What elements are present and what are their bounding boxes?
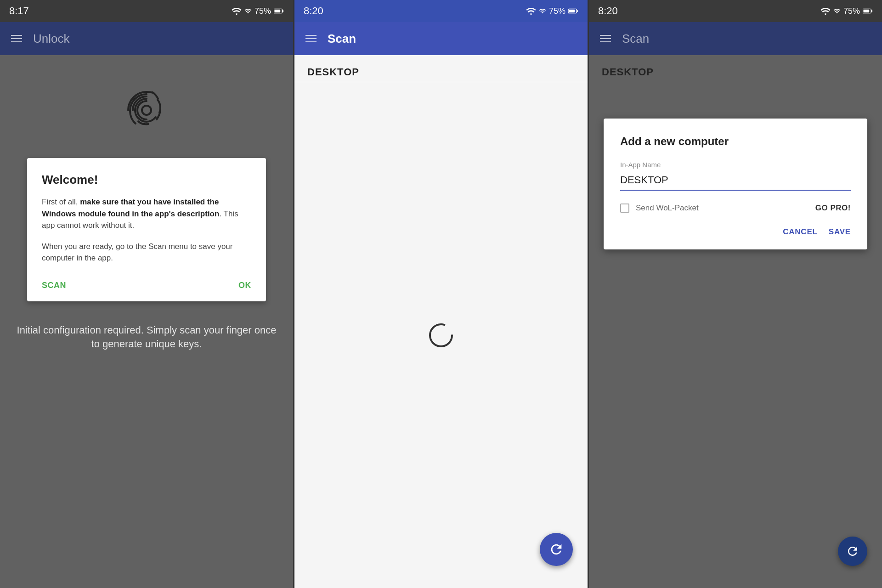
add-computer-dialog: Add a new computer In-App Name Send WoL-… bbox=[604, 119, 867, 249]
app-bar-title-1: Unlock bbox=[33, 32, 69, 46]
app-bar-2: Scan bbox=[294, 22, 588, 55]
svg-rect-4 bbox=[569, 10, 575, 12]
welcome-body: First of all, make sure that you have in… bbox=[42, 196, 251, 232]
dialog-title: Add a new computer bbox=[620, 135, 851, 148]
section-label-2: DESKTOP bbox=[294, 55, 588, 82]
status-bar-3: 8:20 75% bbox=[589, 0, 882, 22]
wifi-icon-2 bbox=[526, 7, 536, 15]
wol-row: Send WoL-Packet GO PRO! bbox=[620, 204, 851, 213]
cancel-button[interactable]: CANCEL bbox=[783, 227, 818, 237]
save-button[interactable]: SAVE bbox=[829, 227, 851, 237]
screen-scan-dialog: 8:20 75% Scan DESKTOP Add a new com bbox=[589, 0, 882, 588]
refresh-icon-2 bbox=[548, 542, 564, 557]
status-time-2: 8:20 bbox=[304, 5, 323, 17]
svg-rect-2 bbox=[282, 10, 283, 12]
signal-icon-2 bbox=[539, 7, 546, 15]
fingerprint-icon bbox=[119, 83, 174, 138]
signal-icon-1 bbox=[244, 7, 252, 15]
wol-checkbox[interactable] bbox=[620, 204, 629, 213]
hamburger-icon-1[interactable] bbox=[11, 35, 22, 42]
battery-icon-2 bbox=[568, 7, 578, 15]
battery-icon-1 bbox=[274, 7, 284, 15]
scan-button[interactable]: SCAN bbox=[42, 281, 66, 290]
wifi-icon-1 bbox=[232, 7, 242, 15]
bottom-text: Initial configuration required. Simply s… bbox=[0, 323, 293, 352]
welcome-title: Welcome! bbox=[42, 173, 251, 187]
hamburger-icon-2[interactable] bbox=[305, 35, 317, 42]
app-bar-title-2: Scan bbox=[328, 32, 356, 46]
battery-icon-3 bbox=[863, 7, 873, 15]
screen-unlock: 8:17 75% Unlock bbox=[0, 0, 293, 588]
screen1-content: Welcome! First of all, make sure that yo… bbox=[0, 55, 293, 588]
welcome-body-pre: First of all, bbox=[42, 198, 80, 206]
welcome-body-2: When you are ready, go to the Scan menu … bbox=[42, 241, 251, 264]
welcome-card: Welcome! First of all, make sure that yo… bbox=[27, 158, 266, 301]
fab-refresh-button-2[interactable] bbox=[540, 533, 573, 566]
svg-rect-5 bbox=[577, 10, 578, 12]
status-bar-1: 8:17 75% bbox=[0, 0, 293, 22]
battery-text-1: 75% bbox=[254, 6, 271, 16]
svg-rect-8 bbox=[863, 10, 869, 12]
inapp-name-label: In-App Name bbox=[620, 161, 851, 169]
screen3-content: DESKTOP Add a new computer In-App Name S… bbox=[589, 55, 882, 588]
scan-loading-area bbox=[427, 82, 455, 588]
ok-button[interactable]: OK bbox=[238, 281, 251, 290]
status-time-1: 8:17 bbox=[9, 5, 29, 17]
inapp-name-input[interactable] bbox=[620, 172, 851, 191]
dialog-actions: CANCEL SAVE bbox=[620, 224, 851, 237]
section-label-3: DESKTOP bbox=[589, 55, 882, 82]
app-bar-3: Scan bbox=[589, 22, 882, 55]
signal-icon-3 bbox=[833, 7, 841, 15]
svg-rect-1 bbox=[274, 10, 280, 12]
battery-text-3: 75% bbox=[843, 6, 860, 16]
welcome-actions: SCAN OK bbox=[42, 277, 251, 290]
status-bar-2: 8:20 75% bbox=[294, 0, 588, 22]
status-icons-2: 75% bbox=[526, 6, 578, 16]
status-time-3: 8:20 bbox=[598, 5, 618, 17]
screen2-content: DESKTOP bbox=[294, 55, 588, 588]
battery-text-2: 75% bbox=[549, 6, 565, 16]
wol-label: Send WoL-Packet bbox=[636, 204, 699, 213]
loading-spinner-icon bbox=[427, 322, 455, 349]
hamburger-icon-3[interactable] bbox=[600, 35, 611, 42]
go-pro-label[interactable]: GO PRO! bbox=[815, 204, 851, 213]
refresh-icon-3 bbox=[846, 544, 859, 558]
screen-scan-loading: 8:20 75% Scan DESKTOP bbox=[294, 0, 588, 588]
app-bar-title-3: Scan bbox=[622, 32, 649, 46]
status-icons-3: 75% bbox=[820, 6, 873, 16]
wol-left: Send WoL-Packet bbox=[620, 204, 699, 213]
status-icons-1: 75% bbox=[232, 6, 284, 16]
svg-point-6 bbox=[430, 324, 452, 346]
fab-refresh-button-3[interactable] bbox=[838, 537, 867, 566]
wifi-icon-3 bbox=[820, 7, 831, 15]
svg-rect-9 bbox=[871, 10, 872, 12]
app-bar-1: Unlock bbox=[0, 22, 293, 55]
fingerprint-container bbox=[119, 83, 174, 140]
